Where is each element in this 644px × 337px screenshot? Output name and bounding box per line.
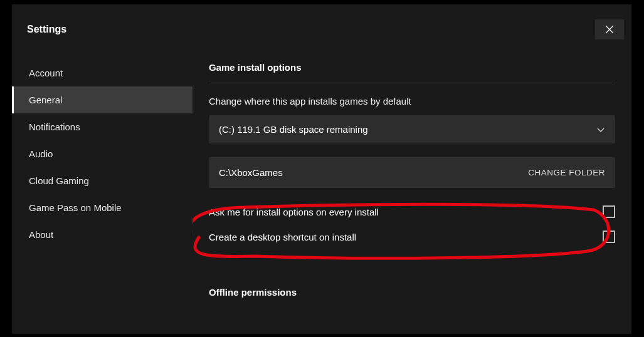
sidebar-item-label: General — [29, 95, 62, 105]
sidebar-item-label: Account — [29, 68, 63, 78]
close-button[interactable] — [595, 19, 624, 39]
ask-install-options-row: Ask me for install options on every inst… — [209, 199, 615, 224]
sidebar-item-account[interactable]: Account — [12, 60, 193, 86]
drive-selected-text: (C:) 119.1 GB disk space remaining — [219, 124, 368, 135]
change-where-label: Change where this app installs games by … — [209, 96, 615, 106]
sidebar-item-general[interactable]: General — [12, 86, 193, 113]
install-folder-path: C:\XboxGames — [219, 167, 283, 178]
main-panel: Game install options Change where this a… — [193, 54, 631, 334]
sidebar-item-label: Notifications — [29, 122, 80, 132]
create-shortcut-row: Create a desktop shortcut on install — [209, 224, 615, 249]
sidebar-item-audio[interactable]: Audio — [12, 140, 193, 167]
sidebar-item-label: Cloud Gaming — [29, 175, 89, 186]
section-title-offline: Offline permissions — [209, 287, 615, 308]
sidebar-item-label: About — [29, 229, 53, 240]
sidebar-item-label: Audio — [29, 148, 53, 159]
install-folder-row: C:\XboxGames CHANGE FOLDER — [209, 157, 615, 188]
sidebar-item-about[interactable]: About — [12, 221, 193, 248]
close-icon — [605, 25, 614, 34]
settings-modal: Settings Account General Notifications A… — [11, 4, 632, 334]
sidebar-item-label: Game Pass on Mobile — [29, 202, 122, 213]
drive-select[interactable]: (C:) 119.1 GB disk space remaining — [209, 115, 615, 143]
modal-body: Account General Notifications Audio Clou… — [12, 54, 631, 334]
ask-install-options-checkbox[interactable] — [603, 205, 615, 218]
sidebar: Account General Notifications Audio Clou… — [12, 54, 193, 334]
create-shortcut-label: Create a desktop shortcut on install — [209, 232, 356, 242]
sidebar-item-cloud-gaming[interactable]: Cloud Gaming — [12, 167, 193, 194]
ask-install-options-label: Ask me for install options on every inst… — [209, 207, 379, 217]
chevron-down-icon — [596, 125, 605, 134]
section-title-install: Game install options — [209, 62, 615, 83]
sidebar-item-game-pass-mobile[interactable]: Game Pass on Mobile — [12, 194, 193, 221]
change-folder-button[interactable]: CHANGE FOLDER — [528, 168, 605, 177]
settings-title: Settings — [27, 24, 66, 35]
sidebar-item-notifications[interactable]: Notifications — [12, 113, 193, 140]
create-shortcut-checkbox[interactable] — [603, 231, 615, 243]
titlebar: Settings — [12, 4, 631, 54]
